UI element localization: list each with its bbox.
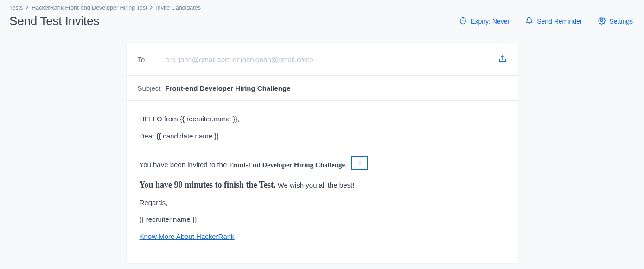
email-body-editor[interactable]: HELLO from {{ recruiter.name }}, Dear {{… bbox=[127, 101, 518, 263]
upload-button[interactable] bbox=[498, 54, 507, 64]
know-more-link[interactable]: Know More About HackerRank bbox=[140, 232, 235, 240]
bell-icon bbox=[525, 17, 533, 26]
body-time-line: You have 90 minutes to finish the Test. … bbox=[140, 179, 505, 191]
to-label: To bbox=[138, 56, 166, 63]
send-reminder-label: Send Reminder bbox=[537, 18, 582, 25]
upload-icon bbox=[498, 54, 507, 64]
chevron-right-icon bbox=[150, 5, 153, 11]
page-title: Send Test Invites bbox=[9, 14, 99, 28]
svg-point-4 bbox=[601, 19, 603, 21]
subject-row: Subject Front-end Developer Hiring Chall… bbox=[127, 76, 518, 101]
compose-card: To Subject Front-end Developer Hiring Ch… bbox=[127, 43, 518, 263]
body-invite-line: You have been invited to the Front-End D… bbox=[140, 158, 505, 172]
settings-label: Settings bbox=[609, 18, 633, 25]
stopwatch-icon bbox=[459, 17, 467, 26]
send-reminder-button[interactable]: Send Reminder bbox=[525, 17, 582, 26]
body-signature: {{ recruiter.name }} bbox=[140, 214, 505, 225]
time-bold: You have 90 minutes to finish the Test. bbox=[140, 180, 276, 189]
gear-icon bbox=[598, 17, 606, 26]
subject-label: Subject bbox=[138, 84, 166, 92]
breadcrumb-item-invite[interactable]: Invite Candidates bbox=[156, 5, 201, 11]
expiry-button[interactable]: Expiry: Never bbox=[459, 17, 510, 26]
chevron-right-icon bbox=[26, 5, 29, 11]
body-hello-line: HELLO from {{ recruiter.name }}, bbox=[140, 114, 505, 125]
settings-button[interactable]: Settings bbox=[598, 17, 633, 26]
header-actions: Expiry: Never Send Reminder Settings bbox=[459, 17, 635, 26]
body-regards: Regards, bbox=[140, 198, 505, 208]
insert-variable-button[interactable]: + bbox=[351, 156, 368, 170]
invite-challenge-title: Front-End Developer Hiring Challenge bbox=[229, 161, 345, 168]
body-dear-line: Dear {{ candidate.name }}, bbox=[140, 131, 505, 142]
subject-value[interactable]: Front-end Developer Hiring Challenge bbox=[166, 84, 291, 92]
to-row: To bbox=[127, 43, 518, 76]
breadcrumb-item-test-name[interactable]: HackerRank Front-end Developer Hiring Te… bbox=[32, 5, 147, 11]
invite-suffix: . bbox=[345, 160, 347, 168]
to-input[interactable] bbox=[166, 56, 498, 63]
breadcrumb: Tests HackerRank Front-end Developer Hir… bbox=[9, 5, 635, 11]
breadcrumb-item-tests[interactable]: Tests bbox=[9, 5, 23, 11]
invite-prefix: You have been invited to the bbox=[140, 160, 229, 168]
time-rest: We wish you all the best! bbox=[276, 181, 355, 189]
expiry-label: Expiry: Never bbox=[471, 18, 510, 25]
svg-line-3 bbox=[465, 18, 465, 18]
